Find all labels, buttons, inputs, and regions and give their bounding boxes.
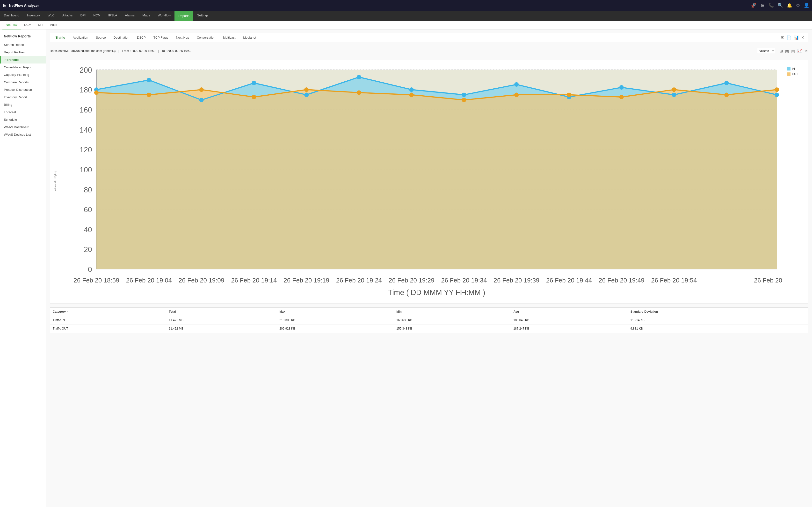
cell-min-2: 155.348 KB: [394, 325, 510, 333]
nav-workflow[interactable]: Workflow: [154, 11, 174, 21]
rocket-icon[interactable]: 🚀: [751, 3, 756, 8]
pdf-icon[interactable]: 📄: [786, 35, 792, 40]
sidebar-item-compare-reports[interactable]: Compare Reports: [0, 78, 46, 86]
table-icon[interactable]: ⊞: [779, 48, 783, 54]
phone-icon[interactable]: 📞: [768, 3, 774, 8]
sidebar-item-protocol-distribution[interactable]: Protocol Distribution: [0, 86, 46, 94]
sidebar-item-waas-dashboard[interactable]: WAAS Dashboard: [0, 123, 46, 131]
sidebar-item-forecast[interactable]: Forecast: [0, 108, 46, 116]
svg-point-31: [357, 75, 361, 79]
bell-icon[interactable]: 🔔: [787, 3, 792, 8]
svg-text:180: 180: [80, 86, 92, 94]
svg-point-27: [147, 78, 151, 82]
sub-dpi[interactable]: DPI: [35, 21, 47, 30]
report-info: DataCenterMELabv9Medianet.me.com (IfInde…: [50, 49, 191, 53]
svg-point-47: [462, 98, 466, 102]
svg-text:26 Feb 20 19:04: 26 Feb 20 19:04: [126, 277, 172, 284]
table-row: Traffic OUT 11.422 MB 206.928 KB 155.348…: [50, 325, 808, 333]
nav-alarms[interactable]: Alarms: [121, 11, 139, 21]
separator1: |: [118, 49, 120, 53]
sidebar-item-search-report[interactable]: Search Report: [0, 41, 46, 49]
nav-more[interactable]: ⋮: [800, 13, 812, 18]
cell-stddev-1: 11.214 KB: [627, 316, 808, 325]
chart-container: volume (In KBytes): [50, 60, 808, 303]
cell-total-2: 11.422 MB: [166, 325, 276, 333]
sidebar-item-billing[interactable]: Billing: [0, 101, 46, 108]
sidebar-item-consolidated-report[interactable]: Consolidated Report: [0, 63, 46, 71]
sidebar-item-schedule[interactable]: Schedule: [0, 116, 46, 123]
export-icon[interactable]: 📊: [794, 35, 799, 40]
nav-ipsla[interactable]: IPSLA: [104, 11, 121, 21]
tab-tcp-flags[interactable]: TCP Flags: [150, 33, 172, 42]
stacked-icon[interactable]: ≋: [804, 48, 808, 54]
volume-select[interactable]: Volume Speed: [757, 48, 775, 54]
col-header-avg[interactable]: Avg: [510, 307, 627, 316]
nav-dashboard[interactable]: Dashboard: [0, 11, 23, 21]
nav-ncm[interactable]: NCM: [89, 11, 104, 21]
sidebar-item-report-profiles[interactable]: Report Profiles: [0, 49, 46, 56]
tab-destination[interactable]: Destination: [110, 33, 133, 42]
nav-dpi[interactable]: DPI: [77, 11, 90, 21]
bar-chart-icon[interactable]: ▦: [785, 48, 789, 54]
svg-text:26 Feb 20 19:14: 26 Feb 20 19:14: [231, 277, 277, 284]
data-table: Category ↑ Total Max Min Avg Standard De…: [50, 307, 808, 333]
col-header-max[interactable]: Max: [276, 307, 394, 316]
col-header-category[interactable]: Category ↑: [50, 307, 166, 316]
svg-text:Time ( DD MMM YY HH:MM ): Time ( DD MMM YY HH:MM ): [388, 288, 485, 297]
cell-max-1: 210.300 KB: [276, 316, 394, 325]
col-header-std-dev[interactable]: Standard Deviation: [627, 307, 808, 316]
sub-ncm[interactable]: NCM: [21, 21, 35, 30]
nav-maps[interactable]: Maps: [139, 11, 154, 21]
chart-controls: Volume Speed ⊞ ▦ ▤ 📈 ≋: [757, 48, 808, 54]
line-chart-icon[interactable]: 📈: [797, 48, 803, 54]
svg-text:20: 20: [84, 245, 92, 253]
cell-min-1: 163.633 KB: [394, 316, 510, 325]
search-icon[interactable]: 🔍: [778, 3, 783, 8]
sidebar-item-forensics[interactable]: Forensics: [0, 56, 46, 63]
top-bar-icons: 🚀 🖥 📞 🔍 🔔 ⚙ 👤: [751, 3, 809, 8]
email-icon[interactable]: ✉: [781, 35, 784, 40]
nav-reports[interactable]: Reports: [174, 11, 193, 21]
svg-point-48: [514, 93, 519, 97]
svg-text:140: 140: [80, 126, 92, 134]
nav-inventory[interactable]: Inventory: [23, 11, 44, 21]
tab-multicast[interactable]: Multicast: [219, 33, 239, 42]
col-header-total[interactable]: Total: [166, 307, 276, 316]
sidebar-item-waas-devices-list[interactable]: WAAS Devices List: [0, 131, 46, 138]
sidebar-title: NetFlow Reports: [0, 33, 46, 41]
tab-conversation[interactable]: Conversation: [193, 33, 219, 42]
nav-settings[interactable]: Settings: [193, 11, 212, 21]
legend-in: IN: [787, 67, 804, 70]
tab-next-hop[interactable]: Next Hop: [172, 33, 193, 42]
svg-point-38: [724, 81, 729, 85]
svg-point-28: [199, 98, 203, 102]
monitor-icon[interactable]: 🖥: [760, 3, 765, 8]
tab-source[interactable]: Source: [92, 33, 110, 42]
sidebar: NetFlow Reports Search Report Report Pro…: [0, 30, 46, 507]
tab-traffic[interactable]: Traffic: [52, 33, 69, 42]
chart-wrapper: 200 180 160 140 120 100 80 60 40 20 0: [59, 62, 784, 299]
area-chart-icon[interactable]: ▤: [791, 48, 795, 54]
sidebar-item-inventory-report[interactable]: Inventory Report: [0, 94, 46, 101]
user-icon[interactable]: 👤: [804, 3, 809, 8]
grid-icon[interactable]: ⊞: [3, 3, 6, 8]
tab-medianet[interactable]: Medianet: [239, 33, 260, 42]
nav-wlc[interactable]: WLC: [44, 11, 58, 21]
sub-netflow[interactable]: NetFlow: [2, 21, 21, 30]
svg-marker-25: [96, 90, 777, 269]
legend-out-color: [787, 72, 791, 76]
svg-text:26 Feb 20 19:44: 26 Feb 20 19:44: [546, 277, 592, 284]
sidebar-item-capacity-planning[interactable]: Capacity Planning: [0, 71, 46, 78]
sub-audit[interactable]: Audit: [47, 21, 61, 30]
to-label: To :: [162, 49, 167, 53]
col-header-min[interactable]: Min: [394, 307, 510, 316]
tab-application[interactable]: Application: [69, 33, 92, 42]
nav-attacks[interactable]: Attacks: [58, 11, 77, 21]
close-icon[interactable]: ✕: [801, 35, 804, 40]
tab-dscp[interactable]: DSCP: [133, 33, 150, 42]
cell-stddev-2: 9.881 KB: [627, 325, 808, 333]
cell-category-2: Traffic OUT: [50, 325, 166, 333]
settings-icon[interactable]: ⚙: [796, 3, 800, 8]
svg-text:26 Feb 20 19:24: 26 Feb 20 19:24: [336, 277, 382, 284]
volume-wrapper: Volume Speed: [757, 48, 775, 54]
